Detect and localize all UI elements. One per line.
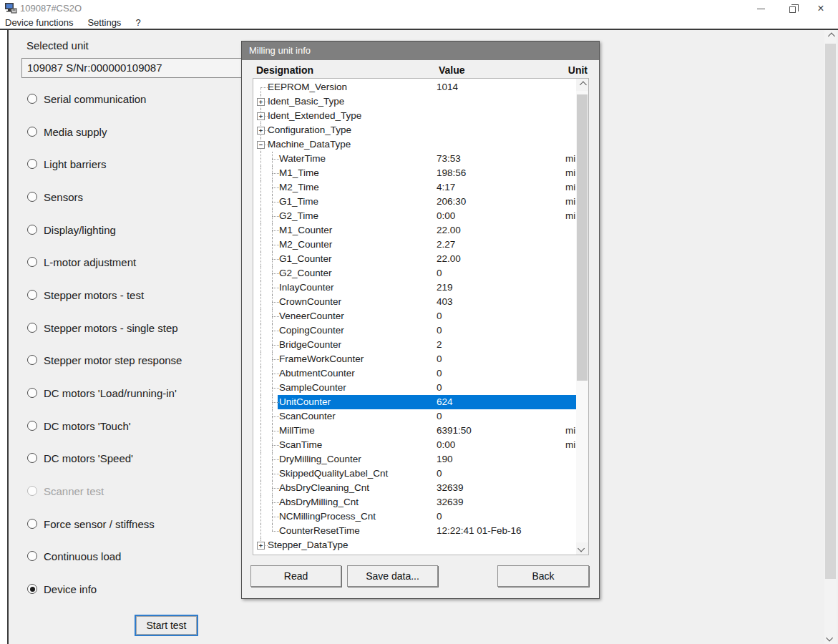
radio-icon[interactable] [27,421,37,431]
tree-row-CopingCounter[interactable]: CopingCounter0 [253,323,576,338]
expand-icon[interactable]: + [257,542,265,550]
option-force-sensor-stiffness[interactable]: Force sensor / stiffness [27,517,155,530]
tree-row-MillTime[interactable]: MillTime6391:50mi [253,424,576,438]
row-designation: ScanCounter [279,409,336,424]
radio-icon[interactable] [27,159,37,169]
tree-row-M2_Time[interactable]: M2_Time4:17mi [253,180,576,195]
row-value: 2 [437,338,442,352]
tree-row-NCMillingProcess_Cnt[interactable]: NCMillingProcess_Cnt0 [253,509,576,524]
menu-settings[interactable]: Settings [80,17,128,28]
save-data-button[interactable]: Save data... [347,565,438,587]
tree-row-SampleCounter[interactable]: SampleCounter0 [253,381,576,395]
radio-icon[interactable] [27,551,37,561]
menu-device-functions[interactable]: Device functions [0,17,80,28]
tree-row-SkippedQualityLabel_Cnt[interactable]: SkippedQualityLabel_Cnt0 [253,467,576,481]
tree-row-G1_Time[interactable]: G1_Time206:30mi [253,195,576,209]
option-dc-motors-touch[interactable]: DC motors 'Touch' [27,419,131,432]
scroll-up-icon[interactable] [576,79,588,91]
tree-row-WaterTime[interactable]: WaterTime73:53mi [253,152,576,166]
radio-icon[interactable] [27,355,37,365]
tree-row-InlayCounter[interactable]: InlayCounter219 [253,280,576,295]
tree-row-Ident_Basic_Type[interactable]: +Ident_Basic_Type [253,94,576,109]
back-button[interactable]: Back [497,565,589,587]
radio-icon[interactable] [27,584,37,594]
read-button[interactable]: Read [250,565,341,587]
option-label: Stepper motors - single step [44,322,178,334]
tree-row-Machine_DataType[interactable]: −Machine_DataType [253,137,576,152]
radio-icon[interactable] [27,257,37,267]
start-test-button[interactable]: Start test [135,615,198,636]
main-scrollbar[interactable] [824,30,837,644]
option-serial-communication[interactable]: Serial communication [27,92,146,105]
row-value: 0:00 [437,209,455,223]
radio-icon[interactable] [27,453,37,463]
selected-unit-field[interactable]: 109087 S/Nr:000000109087 [21,58,252,78]
tree-scrollbar-thumb[interactable] [577,94,588,381]
option-media-supply[interactable]: Media supply [27,125,107,138]
option-light-barriers[interactable]: Light barriers [27,157,107,170]
minimize-icon [757,9,765,9]
tree-row-G1_Counter[interactable]: G1_Counter22.00 [253,252,576,266]
option-sensors[interactable]: Sensors [27,190,83,203]
tree-scrollbar[interactable] [576,79,588,555]
option-display-lighting[interactable]: Display/lighting [27,223,116,236]
scroll-up-icon[interactable] [824,30,837,42]
row-designation: G1_Time [279,195,318,209]
tree-row-CrownCounter[interactable]: CrownCounter403 [253,295,576,309]
tree-row-VeneerCounter[interactable]: VeneerCounter0 [253,309,576,323]
tree-row-AbutmentCounter[interactable]: AbutmentCounter0 [253,366,576,381]
row-value: 6391:50 [437,424,472,438]
expand-icon[interactable]: + [257,98,265,106]
tree-row-EEPROM_Version[interactable]: EEPROM_Version1014 [253,80,576,94]
tree-row-CounterResetTime[interactable]: CounterResetTime12:22:41 01-Feb-16 [253,524,576,538]
radio-icon[interactable] [27,127,37,137]
tree-row-M1_Counter[interactable]: M1_Counter22.00 [253,223,576,238]
tree-line [272,316,279,317]
option-device-info[interactable]: Device info [27,582,97,595]
row-designation: SampleCounter [279,381,346,395]
scroll-down-icon[interactable] [576,542,588,555]
restore-button[interactable] [780,0,804,17]
tree-row-Ident_Extended_Type[interactable]: +Ident_Extended_Type [253,109,576,123]
main-scrollbar-thumb[interactable] [825,44,836,579]
radio-icon[interactable] [27,519,37,529]
option-l-motor-adjustment[interactable]: L-motor adjustment [27,255,136,268]
option-label: DC motors 'Touch' [44,420,131,432]
radio-icon[interactable] [27,388,37,398]
tree-row-FrameWorkCounter[interactable]: FrameWorkCounter0 [253,352,576,366]
radio-icon[interactable] [27,290,37,300]
tree-row-Stepper_DataType[interactable]: +Stepper_DataType [253,538,576,552]
option-stepper-motors-test[interactable]: Stepper motors - test [27,288,144,301]
tree-row-AbsDryMilling_Cnt[interactable]: AbsDryMilling_Cnt32639 [253,495,576,509]
tree-row-M1_Time[interactable]: M1_Time198:56mi [253,166,576,180]
row-value: 0 [437,509,442,524]
expand-icon[interactable]: + [257,112,265,120]
tree-row-ScanTime[interactable]: ScanTime0:00mi [253,438,576,452]
tree-row-AbsDryCleaning_Cnt[interactable]: AbsDryCleaning_Cnt32639 [253,481,576,495]
minimize-button[interactable] [749,0,773,17]
tree-row-BridgeCounter[interactable]: BridgeCounter2 [253,338,576,352]
radio-icon[interactable] [27,225,37,235]
expand-icon[interactable]: + [257,127,265,135]
option-stepper-motors-single-step[interactable]: Stepper motors - single step [27,321,178,334]
tree-row-G2_Counter[interactable]: G2_Counter0 [253,266,576,280]
close-button[interactable]: × [809,0,833,17]
radio-icon[interactable] [27,323,37,333]
tree-row-M2_Counter[interactable]: M2_Counter2.27 [253,238,576,252]
collapse-icon[interactable]: − [257,141,265,149]
option-stepper-motor-step-response[interactable]: Stepper motor step response [27,353,182,366]
option-dc-motors-load-running-in[interactable]: DC motors 'Load/running-in' [27,386,177,399]
option-dc-motors-speed[interactable]: DC motors 'Speed' [27,452,133,464]
tree-row-Configuration_Type[interactable]: +Configuration_Type [253,123,576,137]
tree-row-UnitCounter[interactable]: UnitCounter624 [253,395,576,409]
menu-help[interactable]: ? [128,17,147,28]
row-designation: AbsDryCleaning_Cnt [279,481,369,495]
tree-row-ScanCounter[interactable]: ScanCounter0 [253,409,576,424]
row-value: 12:22:41 01-Feb-16 [437,524,522,538]
radio-icon[interactable] [27,192,37,202]
scroll-down-icon[interactable] [824,632,837,644]
tree-row-DryMilling_Counter[interactable]: DryMilling_Counter190 [253,452,576,467]
radio-icon[interactable] [27,94,37,104]
option-continuous-load[interactable]: Continuous load [27,550,121,562]
tree-row-G2_Time[interactable]: G2_Time0:00mi [253,209,576,223]
